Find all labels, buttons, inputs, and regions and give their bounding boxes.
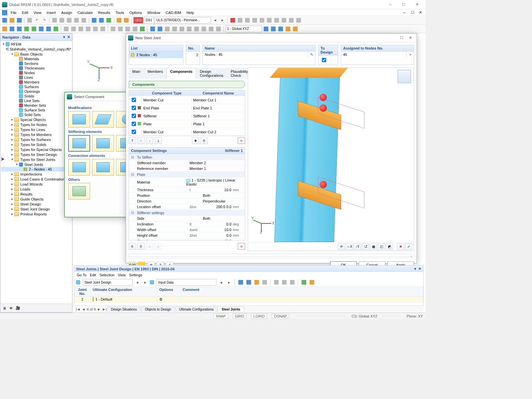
tb-icon[interactable] bbox=[288, 17, 295, 24]
maximize-button[interactable]: ☐ bbox=[397, 2, 410, 7]
options-icon[interactable]: ⚙ bbox=[159, 297, 163, 301]
panel-prev-icon[interactable]: ◄ bbox=[134, 279, 141, 286]
minimize-button[interactable]: ─ bbox=[384, 3, 397, 7]
tree-folder[interactable]: ▸Special Objects bbox=[1, 117, 71, 122]
tb-save-icon[interactable] bbox=[16, 17, 23, 24]
component-checkbox[interactable] bbox=[132, 98, 136, 102]
tb-icon[interactable] bbox=[59, 17, 65, 24]
tb2-icon[interactable] bbox=[186, 26, 193, 32]
tb2-icon[interactable] bbox=[263, 26, 269, 32]
tb2-icon[interactable] bbox=[45, 26, 52, 32]
last-page-icon[interactable]: ►| bbox=[102, 307, 107, 311]
menu-help[interactable]: Help bbox=[185, 10, 196, 15]
preview-tool-icon[interactable]: ↔X bbox=[346, 243, 353, 250]
tb2-icon[interactable] bbox=[139, 26, 146, 32]
tree-folder[interactable]: ▸Printout Reports bbox=[1, 211, 71, 216]
menu-calculate[interactable]: Calculate bbox=[75, 10, 95, 15]
tb-icon[interactable] bbox=[251, 17, 258, 24]
tree-steel-joints[interactable]: ▾Steel Joints bbox=[1, 162, 71, 167]
dialog-close-button[interactable]: ✕ bbox=[406, 36, 415, 40]
preview-tool-icon[interactable]: ✖ bbox=[397, 243, 404, 250]
status-osnap[interactable]: OSNAP bbox=[272, 314, 289, 319]
tree-folder[interactable]: ▸Guide Objects bbox=[1, 197, 71, 201]
panel-prev-icon[interactable]: ◄ bbox=[218, 279, 224, 286]
tb2-icon[interactable] bbox=[38, 26, 45, 32]
tb-icon[interactable] bbox=[80, 17, 87, 24]
action-icon[interactable]: ⎌ bbox=[155, 243, 162, 250]
component-option[interactable] bbox=[68, 183, 90, 200]
tb2-icon[interactable] bbox=[110, 26, 116, 32]
panel-tool-icon[interactable] bbox=[301, 279, 307, 286]
panel-tool-icon[interactable] bbox=[253, 279, 260, 286]
component-option[interactable] bbox=[92, 135, 114, 152]
action-icon[interactable]: ⎘ bbox=[137, 243, 145, 250]
menu-edit[interactable]: Edit bbox=[20, 10, 30, 15]
tab-members[interactable]: Members bbox=[144, 68, 167, 79]
tb2-icon[interactable] bbox=[1, 26, 8, 32]
preview-tool-icon[interactable]: ⟳ bbox=[338, 243, 345, 250]
move-top-icon[interactable]: ⤒ bbox=[129, 137, 136, 144]
tb-icon[interactable] bbox=[237, 17, 243, 24]
action-icon[interactable]: ⎘ bbox=[129, 243, 136, 250]
panel-menu-item[interactable]: Go To bbox=[77, 273, 86, 277]
tb2-icon[interactable] bbox=[215, 26, 222, 32]
menu-options[interactable]: Options bbox=[127, 10, 144, 15]
action-icon[interactable]: ⎌ bbox=[146, 243, 153, 250]
menu-tools[interactable]: Tools bbox=[113, 10, 126, 15]
move-up-icon[interactable]: ↑ bbox=[137, 137, 145, 144]
panel-tool-icon[interactable] bbox=[281, 279, 288, 286]
tree-basic[interactable]: ▾Basic Objects bbox=[1, 52, 71, 57]
bottom-tab[interactable]: Steel Joints bbox=[218, 307, 244, 312]
tb-undo-icon[interactable]: ↶ bbox=[34, 17, 40, 24]
tree-file[interactable]: ▾Stahlhalle_Verband_Joints2_copy.rf6* bbox=[1, 47, 71, 52]
tree-folder[interactable]: ▸Load Cases & Combinations bbox=[1, 177, 71, 182]
tree-basic-item[interactable]: Surface Sets bbox=[1, 108, 71, 112]
tb2-icon[interactable] bbox=[23, 26, 30, 32]
dialog-maximize-button[interactable]: ☐ bbox=[397, 36, 406, 40]
tb2-icon[interactable] bbox=[193, 26, 200, 32]
mdi-close[interactable]: ✕ bbox=[417, 10, 424, 15]
tb-next-icon[interactable]: ► bbox=[219, 17, 226, 24]
assigned-input[interactable] bbox=[341, 52, 406, 58]
tree-folder[interactable]: ▸Types for Nodes bbox=[1, 122, 71, 127]
tab-design-config[interactable]: Design Configurations bbox=[196, 68, 227, 79]
tb-icon[interactable] bbox=[281, 17, 287, 24]
first-page-icon[interactable]: |◄ bbox=[76, 307, 80, 311]
tb-icon[interactable] bbox=[116, 17, 122, 24]
navigator-tree[interactable]: ▾RFEM ▾Stahlhalle_Verband_Joints2_copy.r… bbox=[0, 41, 72, 304]
add-component-icon[interactable]: ✚ bbox=[192, 137, 199, 144]
navigator-close-icon[interactable]: ✕ bbox=[67, 35, 70, 39]
tree-folder[interactable]: ▾Types for Steel Joints bbox=[1, 157, 71, 162]
panel-tool-icon[interactable] bbox=[261, 279, 268, 286]
component-option[interactable] bbox=[68, 111, 90, 128]
tb-open-icon[interactable] bbox=[9, 17, 15, 24]
tab-components[interactable]: Components bbox=[167, 68, 196, 79]
app-menu-icon[interactable] bbox=[2, 10, 7, 15]
menu-results[interactable]: Results bbox=[96, 10, 112, 15]
panel-next-icon[interactable]: ► bbox=[142, 279, 149, 286]
preview-tool-icon[interactable]: ⤢ bbox=[405, 243, 412, 250]
component-option-selected[interactable] bbox=[68, 135, 90, 152]
tb2-icon[interactable] bbox=[179, 26, 185, 32]
component-checkbox[interactable] bbox=[132, 106, 136, 110]
nav-data-icon[interactable]: 🗎 bbox=[3, 306, 7, 310]
nav-camera-icon[interactable]: 🎥 bbox=[16, 306, 20, 310]
status-snap[interactable]: SNAP bbox=[213, 314, 228, 319]
tree-folder[interactable]: ▸Steel Design bbox=[1, 201, 71, 206]
tb2-icon[interactable] bbox=[99, 26, 106, 32]
menu-assign[interactable]: Assign bbox=[59, 10, 74, 15]
component-row[interactable]: Stiffener Stiffener 1 bbox=[129, 112, 245, 120]
list-item[interactable]: 2 Nodes : 45 bbox=[129, 52, 183, 58]
next-page-icon[interactable]: ► bbox=[97, 307, 101, 311]
preview-tool-icon[interactable]: ↕Z bbox=[362, 243, 369, 250]
grid-row[interactable]: 2 1 - Default ⚙ bbox=[74, 297, 423, 303]
tb2-icon[interactable] bbox=[53, 26, 59, 32]
tb-icon[interactable] bbox=[51, 17, 58, 24]
panel-menu-item[interactable]: Edit bbox=[90, 273, 96, 277]
component-option[interactable] bbox=[68, 159, 90, 176]
bottom-tab[interactable]: Ultimate Configurations bbox=[176, 307, 217, 312]
tree-folder[interactable]: ▸Steel Joint Design bbox=[1, 206, 71, 211]
scroll-right-icon[interactable]: › bbox=[409, 254, 414, 257]
coord-dropdown[interactable]: 1 - Global XYZ bbox=[225, 26, 262, 32]
tree-basic-item[interactable]: Surfaces bbox=[1, 84, 71, 89]
